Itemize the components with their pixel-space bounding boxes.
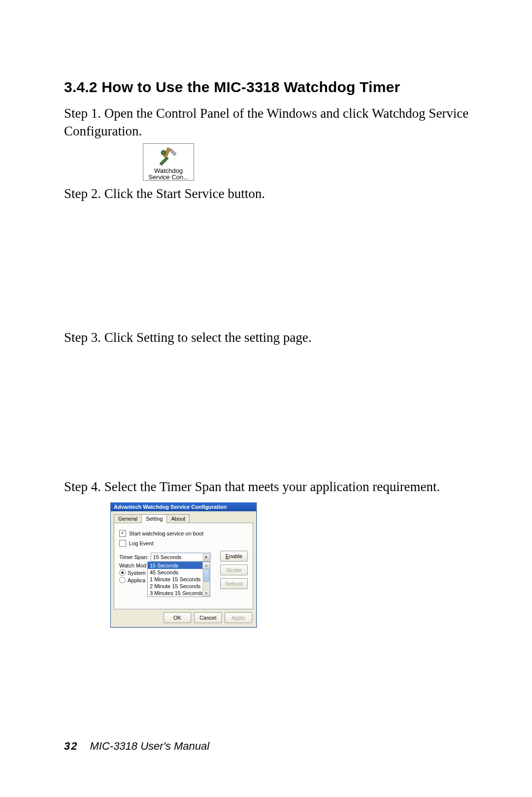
tools-icon xyxy=(157,146,180,166)
start-on-boot-checkbox[interactable]: ✓ xyxy=(119,530,126,537)
dropdown-option[interactable]: 45 Seconds xyxy=(148,569,210,576)
strobe-button[interactable]: Strobe xyxy=(220,565,248,575)
step-4-text: Step 4. Select the Timer Span that meets… xyxy=(64,478,473,496)
dropdown-option[interactable]: 3 Minutes 15 Seconds xyxy=(148,590,210,597)
tab-about[interactable]: About xyxy=(166,514,190,523)
watchdog-config-dialog: Advantech Watchdog Service Configuration… xyxy=(110,502,257,628)
step-2-text: Step 2. Click the Start Service button. xyxy=(64,185,473,202)
timer-span-dropdown[interactable]: 15 Seconds 45 Seconds 1 Minute 15 Second… xyxy=(147,562,210,597)
side-buttons: Enable Strobe Reboot xyxy=(220,551,248,589)
dialog-button-row: OK Cancel Apply xyxy=(111,612,256,627)
dropdown-option[interactable]: 2 Minute 15 Seconds xyxy=(148,583,210,590)
watch-mode-application-label: Applica xyxy=(128,577,145,583)
step-3-text: Step 3. Click Setting to select the sett… xyxy=(64,329,473,346)
scroll-up-icon[interactable]: ▲ xyxy=(203,562,210,569)
watch-mode-group: Watch Mod System Applica xyxy=(119,563,146,583)
tab-setting[interactable]: Setting xyxy=(141,514,167,523)
manual-page: 3.4.2 How to Use the MIC-3318 Watchdog T… xyxy=(0,0,532,797)
watch-mode-system-radio[interactable] xyxy=(119,569,126,576)
dropdown-option[interactable]: 15 Seconds xyxy=(148,562,210,569)
watch-mode-application-radio[interactable] xyxy=(119,577,126,583)
timer-span-label: Timer Span: xyxy=(119,554,149,560)
cancel-button[interactable]: Cancel xyxy=(194,612,222,623)
page-footer: 32 MIC-3318 User's Manual xyxy=(64,740,209,753)
section-heading: 3.4.2 How to Use the MIC-3318 Watchdog T… xyxy=(64,79,473,96)
scroll-thumb[interactable] xyxy=(203,569,209,582)
step-1-text: Step 1. Open the Control Panel of the Wi… xyxy=(64,104,473,140)
enable-button[interactable]: Enable xyxy=(220,551,248,562)
tab-strip: General Setting About xyxy=(111,511,256,523)
watch-mode-label: Watch Mod xyxy=(119,563,146,568)
watchdog-service-icon-block[interactable]: Watchdog Service Con... xyxy=(143,143,194,181)
dropdown-scrollbar[interactable]: ▲ ▼ xyxy=(202,562,210,597)
dropdown-option[interactable]: 1 Minute 15 Seconds xyxy=(148,576,210,583)
tab-general[interactable]: General xyxy=(114,514,142,523)
reboot-button[interactable]: Reboot xyxy=(220,578,248,589)
log-event-checkbox[interactable] xyxy=(119,540,126,547)
chevron-down-icon[interactable]: ▼ xyxy=(203,554,210,561)
footer-text: MIC-3318 User's Manual xyxy=(90,740,209,753)
icon-caption-line1: Watchdog xyxy=(143,167,194,174)
svg-point-1 xyxy=(161,150,166,155)
spacer xyxy=(64,205,473,329)
combo-selected-value: 15 Seconds xyxy=(153,554,182,560)
watch-mode-system-label: System xyxy=(128,570,146,576)
spacer xyxy=(64,350,473,478)
apply-button[interactable]: Apply xyxy=(225,612,252,623)
icon-caption-line2: Service Con... xyxy=(143,174,194,180)
setting-panel: ✓ Start watchdog service on boot Log Eve… xyxy=(114,523,253,609)
ok-button[interactable]: OK xyxy=(164,612,191,623)
scroll-down-icon[interactable]: ▼ xyxy=(203,590,210,597)
dialog-title-bar: Advantech Watchdog Service Configuration xyxy=(111,503,256,511)
timer-span-combo[interactable]: 15 Seconds ▼ xyxy=(151,553,211,562)
start-on-boot-label: Start watchdog service on boot xyxy=(129,531,203,536)
log-event-label: Log Event xyxy=(129,540,154,546)
page-number: 32 xyxy=(64,740,78,753)
